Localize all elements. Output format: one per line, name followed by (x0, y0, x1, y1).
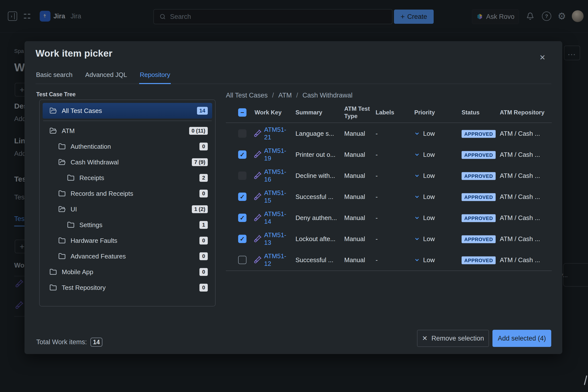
row-checkbox[interactable] (238, 256, 246, 264)
row-checkbox[interactable]: ✓ (238, 150, 246, 159)
priority-label: Low (423, 193, 435, 201)
labels-cell: - (376, 151, 378, 158)
tree-row-settings[interactable]: Settings 1 (43, 217, 212, 233)
table-row: ✓ ATM51-14 Deny authen... Manual - Low A… (226, 207, 552, 228)
test-type-cell: Manual (344, 214, 365, 222)
test-case-icon (254, 192, 262, 201)
labels-cell: - (376, 193, 378, 201)
tree-item-label: UI (70, 206, 77, 213)
table-row: ATM51-12 Successful ... Manual - Low APP… (226, 250, 552, 271)
breadcrumb-atm[interactable]: ATM (278, 92, 292, 99)
test-type-cell: Manual (344, 172, 365, 180)
close-icon[interactable]: ✕ (536, 51, 549, 64)
breadcrumb-cash-withdrawal[interactable]: Cash Withdrawal (302, 92, 352, 99)
folder-closed-icon (67, 174, 74, 182)
folder-closed-icon (58, 143, 66, 150)
status-cell: APPROVED (462, 193, 496, 201)
tree-row-test-repository[interactable]: Test Repository 0 (43, 280, 212, 296)
breadcrumb-all-test-cases[interactable]: All Test Cases (226, 92, 268, 99)
tree-row-records-and-receipts[interactable]: Records and Receipts 0 (43, 186, 212, 202)
priority-label: Low (423, 130, 435, 138)
chevron-down-icon (414, 194, 420, 200)
modal-tabbar: Basic search Advanced JQL Repository (36, 68, 551, 84)
tree-item-label: Settings (80, 221, 102, 229)
folder-open-icon (58, 206, 66, 213)
test-type-cell: Manual (344, 256, 365, 264)
row-checkbox[interactable]: ✓ (238, 214, 246, 222)
header-labels: Labels (376, 109, 394, 116)
modal-title: Work item picker (36, 48, 112, 59)
labels-cell: - (376, 130, 378, 138)
tree-row-ui[interactable]: UI 1 (2) (43, 202, 212, 217)
work-key-link[interactable]: ATM51-19 (264, 147, 286, 162)
tree-row-authentication[interactable]: Authentication 0 (43, 139, 212, 154)
work-key-link[interactable]: ATM51-13 (264, 231, 286, 246)
repository-cell: ATM / Cash ... (500, 151, 540, 158)
status-badge: APPROVED (462, 172, 496, 180)
add-selected-button[interactable]: Add selected (4) (492, 330, 551, 347)
tree-item-count-badge: 7 (9) (192, 158, 208, 166)
tab-advanced-jql[interactable]: Advanced JQL (85, 68, 128, 84)
tab-basic-search[interactable]: Basic search (36, 68, 73, 84)
tree-item-count-badge: 0 (200, 268, 208, 276)
header-work-key: Work Key (254, 109, 282, 116)
summary-cell: Decline with... (296, 172, 335, 180)
tree-item-count-badge: 0 (200, 142, 208, 150)
tree-row-cash-withdrawal[interactable]: Cash Withdrawal 7 (9) (43, 154, 212, 170)
labels-cell: - (376, 235, 378, 243)
work-key-link[interactable]: ATM51-16 (264, 168, 286, 183)
tree-item-label: Cash Withdrawal (70, 158, 119, 166)
priority-cell: Low (414, 151, 435, 158)
x-icon: ✕ (422, 334, 428, 342)
tree-item-label: Hardware Faults (70, 237, 117, 244)
tree-item-label: Test Repository (62, 284, 106, 292)
summary-cell: Lockout afte... (296, 235, 336, 243)
row-checkbox[interactable]: ✓ (238, 235, 246, 243)
test-type-cell: Manual (344, 130, 365, 138)
tree-row-hardware-faults[interactable]: Hardware Faults 0 (43, 233, 212, 248)
tree-item-count-badge: 0 (200, 237, 208, 244)
summary-cell: Successful ... (296, 193, 334, 201)
row-checkbox[interactable] (238, 172, 246, 180)
tab-repository[interactable]: Repository (139, 68, 170, 84)
remove-selection-button[interactable]: ✕ Remove selection (417, 330, 489, 347)
test-case-icon (254, 214, 262, 222)
status-badge: APPROVED (462, 151, 496, 159)
status-cell: APPROVED (462, 151, 496, 158)
row-checkbox[interactable]: ✓ (238, 192, 246, 201)
priority-label: Low (423, 214, 435, 222)
priority-label: Low (423, 235, 435, 243)
tree-item-count-badge: 1 (200, 221, 208, 229)
tree-row-all-test-cases[interactable]: All Test Cases 14 (43, 103, 212, 118)
folder-open-icon (58, 158, 66, 166)
tree-row-advanced-features[interactable]: Advanced Features 0 (43, 248, 212, 264)
select-all-checkbox[interactable]: − (238, 108, 246, 116)
work-key-link[interactable]: ATM51-15 (264, 189, 286, 204)
folder-closed-icon (58, 237, 66, 244)
tree-item-count-badge: 14 (197, 107, 208, 115)
status-badge: APPROVED (462, 236, 496, 243)
status-cell: APPROVED (462, 130, 496, 138)
tree-item-count-badge: 0 (11) (189, 127, 208, 135)
tree-row-atm[interactable]: ATM 0 (11) (43, 123, 212, 139)
test-type-cell: Manual (344, 151, 365, 158)
folder-closed-icon (58, 190, 66, 197)
priority-label: Low (423, 256, 435, 264)
status-badge: APPROVED (462, 193, 496, 201)
tree-item-label: Records and Receipts (70, 190, 133, 198)
summary-cell: Successful ... (296, 256, 334, 264)
chevron-down-icon (414, 257, 420, 263)
chevron-down-icon (414, 215, 420, 220)
table-row: ✓ ATM51-15 Successful ... Manual - Low A… (226, 186, 552, 207)
priority-cell: Low (414, 130, 435, 138)
chevron-down-icon (414, 131, 420, 136)
work-key-link[interactable]: ATM51-12 (264, 252, 286, 268)
tree-row-mobile-app[interactable]: Mobile App 0 (43, 264, 212, 280)
work-key-link[interactable]: ATM51-14 (264, 210, 286, 226)
tree-row-receipts[interactable]: Receipts 2 (43, 170, 212, 186)
row-checkbox[interactable] (238, 129, 246, 138)
test-case-icon (254, 150, 262, 159)
work-key-link[interactable]: ATM51-21 (264, 126, 286, 141)
test-case-icon (254, 256, 262, 264)
header-status: Status (462, 109, 480, 116)
